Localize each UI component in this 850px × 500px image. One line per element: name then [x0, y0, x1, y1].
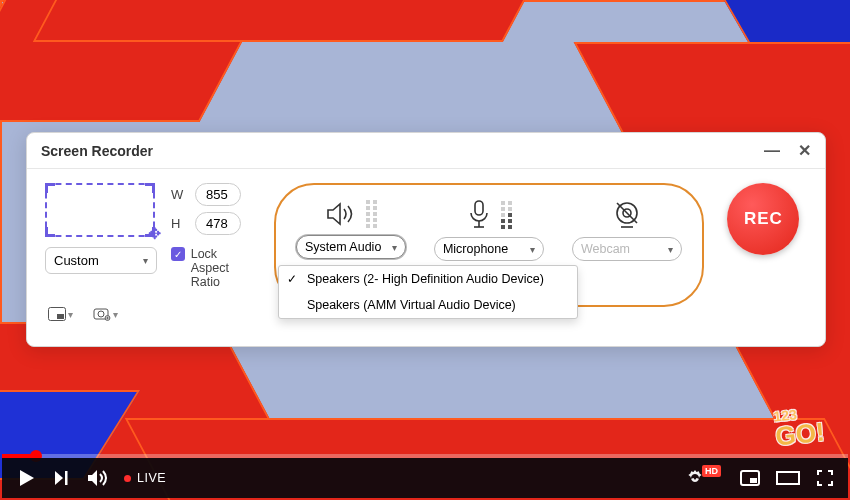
live-dot-icon — [124, 475, 131, 482]
svg-rect-5 — [475, 201, 483, 215]
source-panel: System Audio ▾ — [274, 183, 704, 307]
bg-shape — [33, 0, 561, 42]
chevron-down-icon: ▾ — [143, 255, 148, 266]
system-audio-dropdown[interactable]: System Audio ▾ — [296, 235, 406, 259]
titlebar: Screen Recorder — ✕ — [27, 133, 825, 169]
microphone-label: Microphone — [443, 242, 508, 256]
speaker-icon — [324, 199, 358, 229]
screen-recorder-window: Screen Recorder — ✕ ✥ W 855 — [26, 132, 826, 347]
system-audio-options: ✓ Speakers (2- High Definition Audio Dev… — [278, 265, 578, 319]
lock-aspect-label: Lock Aspect Ratio — [191, 247, 258, 289]
svg-point-3 — [98, 311, 104, 317]
watermark: 123 GO! — [773, 407, 826, 453]
picture-in-picture-icon[interactable]: ▾ — [45, 303, 76, 325]
preset-label: Custom — [54, 253, 99, 268]
audio-level-meter — [366, 200, 377, 228]
webcam-label: Webcam — [581, 242, 630, 256]
record-button[interactable]: REC — [727, 183, 799, 255]
minimize-icon[interactable]: — — [764, 142, 780, 160]
width-label: W — [171, 187, 187, 202]
region-settings: ✥ W 855 H 478 Cus — [45, 183, 258, 325]
audio-device-option[interactable]: ✓ Speakers (2- High Definition Audio Dev… — [279, 266, 577, 292]
mic-level-meter — [501, 201, 512, 229]
move-icon[interactable]: ✥ — [148, 224, 161, 243]
svg-rect-9 — [65, 471, 68, 485]
webcam-dropdown[interactable]: Webcam ▾ — [572, 237, 682, 261]
window-title: Screen Recorder — [41, 143, 153, 159]
miniplayer-icon[interactable] — [740, 470, 760, 486]
height-input[interactable]: 478 — [195, 212, 241, 235]
live-indicator[interactable]: LIVE — [124, 471, 166, 485]
capture-region-preview[interactable]: ✥ — [45, 183, 155, 237]
chevron-down-icon: ▾ — [530, 244, 535, 255]
microphone-icon — [465, 199, 493, 231]
camera-settings-icon[interactable]: ▾ — [90, 303, 121, 325]
width-input[interactable]: 855 — [195, 183, 241, 206]
checkmark-icon: ✓ — [287, 272, 297, 286]
microphone-dropdown[interactable]: Microphone ▾ — [434, 237, 544, 261]
svg-rect-1 — [57, 314, 64, 319]
theater-icon[interactable] — [776, 470, 800, 486]
player-controls: LIVE HD — [2, 458, 848, 498]
svg-rect-12 — [777, 472, 799, 484]
system-audio-label: System Audio — [305, 240, 381, 254]
settings-icon[interactable]: HD — [685, 468, 724, 488]
chevron-down-icon: ▾ — [668, 244, 673, 255]
webcam-off-icon — [611, 199, 643, 231]
audio-device-option[interactable]: Speakers (AMM Virtual Audio Device) — [279, 292, 577, 318]
video-frame: 123 GO! Screen Recorder — ✕ ✥ — [0, 0, 850, 500]
checkbox-checked-icon: ✓ — [171, 247, 185, 261]
next-icon[interactable] — [52, 469, 70, 487]
lock-aspect-ratio-checkbox[interactable]: ✓ Lock Aspect Ratio — [171, 247, 258, 289]
close-icon[interactable]: ✕ — [798, 141, 811, 160]
play-icon[interactable] — [16, 468, 36, 488]
chevron-down-icon: ▾ — [392, 242, 397, 253]
height-label: H — [171, 216, 187, 231]
svg-rect-11 — [750, 478, 757, 483]
volume-icon[interactable] — [86, 468, 108, 488]
fullscreen-icon[interactable] — [816, 469, 834, 487]
preset-dropdown[interactable]: Custom ▾ — [45, 247, 157, 274]
hd-badge: HD — [702, 465, 721, 477]
